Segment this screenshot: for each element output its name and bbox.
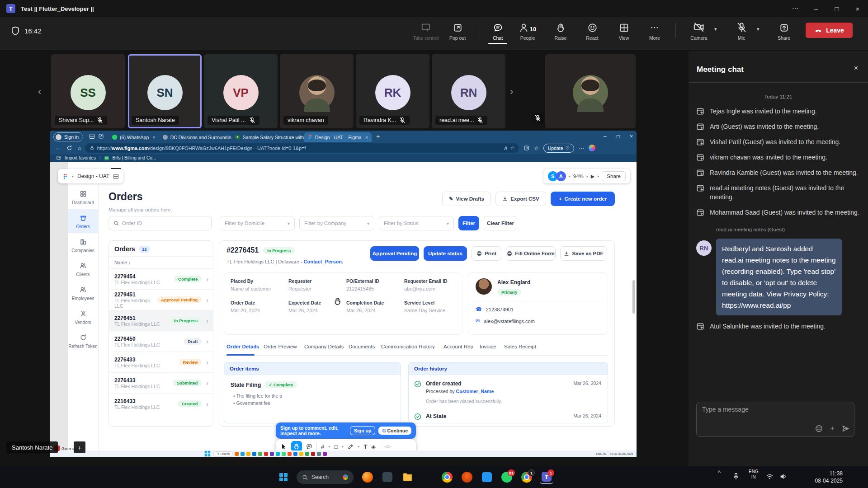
pen-tool-icon[interactable]	[348, 444, 354, 450]
layout-panel-icon[interactable]	[113, 174, 119, 179]
browser-tab[interactable]: DC Divisions and Surroundings×	[159, 132, 231, 142]
order-row[interactable]: 2279451TL Flex Holdings LLCApproval Pend…	[109, 289, 213, 310]
read-aloud-icon[interactable]: A	[504, 145, 507, 151]
favorite-star-icon[interactable]: ☆	[510, 145, 514, 151]
favorites-bar-icon[interactable]: ☆	[534, 145, 539, 151]
participant-tile[interactable]: RN read.ai mee...	[432, 54, 505, 128]
shared-taskbar-icon[interactable]	[258, 452, 262, 456]
shared-taskbar-icon[interactable]	[282, 452, 286, 456]
tab-communication-history[interactable]: Communication History	[381, 344, 435, 349]
fill-online-form-button[interactable]: Fill Online Form	[506, 246, 556, 261]
order-row[interactable]: 2276433TL Flex Holdings LLCSubmitted›	[109, 372, 213, 393]
start-button[interactable]	[277, 470, 290, 484]
participant-tile[interactable]: RK Ravindra K...	[356, 54, 429, 128]
chrome-profile-icon[interactable]: 1	[520, 470, 533, 484]
bookmark-item[interactable]: Import favorites	[65, 155, 96, 160]
order-row[interactable]: 2276450TL Flex Holdings LLCDraft›	[109, 331, 213, 352]
refresh-icon[interactable]	[66, 145, 72, 151]
order-row[interactable]: 2216433TL Flex Holdings LLCCreated›	[109, 393, 213, 414]
titlebar-more-icon[interactable]: ⋯	[785, 5, 806, 13]
chat-button[interactable]: Chat	[483, 21, 513, 41]
home-icon[interactable]: ⌂	[78, 145, 81, 151]
print-button[interactable]: Print	[472, 246, 501, 261]
tab-invoice[interactable]: Invoice	[480, 344, 496, 349]
send-icon[interactable]	[842, 425, 849, 432]
people-button[interactable]: 10 People	[513, 21, 542, 41]
minimize-button[interactable]: –	[806, 5, 826, 13]
tiles-scroll-left-chevron[interactable]: ‹	[38, 86, 41, 98]
zoom-level[interactable]: 94%	[573, 174, 584, 179]
camera-options-chevron[interactable]: ▾	[714, 26, 717, 32]
shared-taskbar-icon[interactable]	[246, 452, 250, 456]
react-button[interactable]: React	[577, 21, 607, 41]
share-button[interactable]: Share	[769, 21, 799, 41]
frame-tool-icon[interactable]: #	[321, 443, 324, 450]
contact-person-link[interactable]: Contact_Person.	[304, 259, 343, 264]
tab-documents[interactable]: Documents	[349, 344, 375, 349]
edge-icon[interactable]	[420, 470, 434, 484]
export-csv-button[interactable]: Export CSV	[495, 192, 546, 206]
dev-mode-icon[interactable]: </>	[384, 444, 391, 449]
app-icon-dark[interactable]	[381, 470, 394, 484]
attach-plus-icon[interactable]: +	[830, 424, 835, 433]
scrollbar-thumb[interactable]	[632, 280, 635, 314]
close-button[interactable]: ×	[847, 5, 868, 13]
brave-icon[interactable]	[460, 470, 474, 484]
volume-icon[interactable]	[779, 473, 787, 480]
shared-taskbar-icon[interactable]	[276, 452, 280, 456]
shared-taskbar-icon[interactable]	[305, 452, 309, 456]
chrome-icon[interactable]	[440, 470, 454, 484]
browser-signin-button[interactable]: Sign in	[53, 132, 83, 141]
contact-email-row[interactable]: ✉alex@vstatefilings.com	[476, 318, 535, 324]
participant-tile[interactable]: SS Shivani Sup...	[51, 54, 125, 128]
contact-phone-row[interactable]: ☎2123874901	[476, 306, 514, 312]
wifi-icon[interactable]	[766, 473, 774, 480]
new-tab-button[interactable]: +	[376, 133, 380, 140]
extensions-icon[interactable]	[524, 145, 529, 151]
view-button[interactable]: View	[609, 21, 639, 41]
filter-button[interactable]: Filter	[458, 216, 479, 230]
sidebar-item-employees[interactable]: Employees	[68, 281, 98, 305]
camera-button[interactable]: Camera	[684, 21, 714, 41]
browser-maximize-icon[interactable]: □	[617, 133, 620, 140]
present-icon[interactable]: ▶	[591, 174, 594, 179]
comment-tool-icon[interactable]	[306, 443, 312, 450]
chat-composer[interactable]: +	[696, 402, 854, 437]
name-column-header[interactable]: Name ↓	[109, 256, 213, 268]
shared-taskbar-icon[interactable]	[264, 452, 268, 456]
shared-taskbar-icon[interactable]	[288, 452, 292, 456]
tray-chevron-up[interactable]: ^	[718, 469, 721, 476]
chevron-down-icon[interactable]: ▾	[72, 174, 74, 178]
tab-close-icon[interactable]: ×	[152, 135, 155, 140]
tab-sales-receipt[interactable]: Sales Receipt	[504, 344, 536, 349]
taskbar-clock[interactable]: 11:3808-04-2025	[799, 470, 843, 484]
tiles-scroll-right-chevron[interactable]: ›	[510, 86, 513, 98]
language-indicator[interactable]: ENGIN	[749, 469, 759, 480]
figma-menu-icon[interactable]	[62, 174, 68, 179]
teams-taskbar-icon[interactable]: T1	[540, 470, 553, 484]
save-as-pdf-button[interactable]: Save as PDF	[560, 246, 607, 261]
clear-filter-button[interactable]: Clear Filter	[484, 216, 517, 230]
presenter-pin-button[interactable]: +	[74, 441, 85, 453]
approval-pending-button[interactable]: Approval Pending	[370, 246, 419, 261]
chevron-down-icon[interactable]: ▾	[586, 174, 588, 178]
text-tool-icon[interactable]: T	[363, 443, 367, 450]
mic-button[interactable]: Mic	[726, 21, 756, 41]
chevron-down-icon[interactable]: ▾	[597, 174, 599, 178]
shared-taskbar-icon[interactable]	[270, 452, 274, 456]
shared-taskbar-icon[interactable]	[323, 452, 327, 456]
browser-tab[interactable]: X Sample Salary Structure with calc×	[231, 132, 304, 142]
browser-minimize-icon[interactable]: –	[604, 133, 607, 140]
participant-tile[interactable]: SN Santosh Narate	[128, 54, 202, 128]
browser-tab[interactable]: (6) WhatsApp×	[108, 132, 159, 142]
order-row-selected[interactable]: 2276451TL Flex Holdings LLCIn Progress›	[109, 310, 213, 331]
participant-tile[interactable]: vikram chavan	[280, 54, 354, 128]
take-control-button[interactable]: Take control	[411, 21, 441, 41]
back-icon[interactable]: ←	[55, 145, 61, 151]
update-status-button[interactable]: Update status	[424, 246, 467, 261]
file-explorer-icon[interactable]	[401, 470, 414, 484]
shared-search-box[interactable]: Search	[213, 451, 233, 456]
view-drafts-button[interactable]: ✎View Drafts	[442, 192, 491, 206]
bookmark-item[interactable]: Bills | Billing and Co...	[113, 155, 156, 160]
browser-close-icon[interactable]: ×	[630, 133, 633, 140]
